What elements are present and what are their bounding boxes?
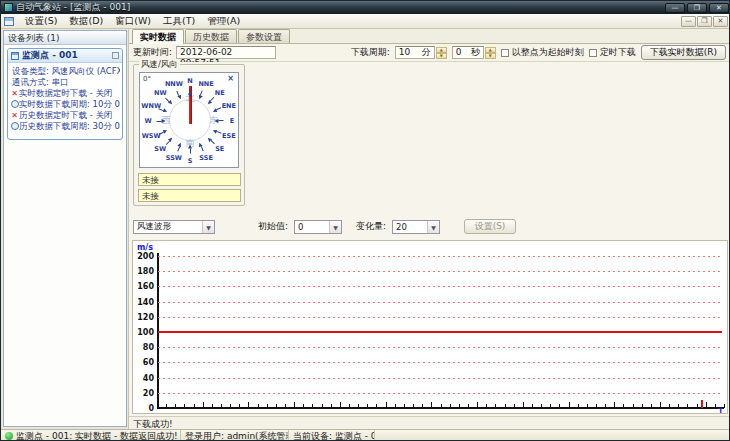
x-axis-tick xyxy=(239,404,240,408)
chart-controls: 风速波形 ▼ 初始值: 0 ▼ 变化量: 20 ▼ 设置(S) xyxy=(132,218,728,235)
app-window: 自动气象站 - [监测点 - 001] — ❐ ✕ 设置(S) 数据(D) 窗口… xyxy=(0,0,730,441)
chevron-down-icon[interactable]: ▼ xyxy=(329,221,341,233)
minutes-unit: 分 xyxy=(422,47,431,58)
x-axis-tick xyxy=(623,404,624,408)
menu-settings[interactable]: 设置(S) xyxy=(19,14,63,29)
pin-icon[interactable] xyxy=(112,52,119,59)
menu-data[interactable]: 数据(D) xyxy=(63,14,109,29)
tab-realtime-data[interactable]: 实时数据 xyxy=(132,29,184,44)
compass-arrow-icon xyxy=(212,128,222,135)
tab-parameter-settings[interactable]: 参数设置 xyxy=(238,29,290,43)
minutes-down-icon[interactable]: ▼ xyxy=(436,53,447,59)
seconds-down-icon[interactable]: ▼ xyxy=(485,53,496,59)
compass-arrow-icon xyxy=(188,89,192,98)
tab-history-data[interactable]: 历史数据 xyxy=(185,29,237,43)
x-axis-tick xyxy=(285,404,286,408)
maximize-button[interactable]: ❐ xyxy=(687,3,707,13)
compass-direction-label: NE xyxy=(215,89,225,97)
minutes-value[interactable]: 10 xyxy=(399,47,410,58)
y-axis-tick-label: 40 xyxy=(134,374,154,383)
download-realtime-button[interactable]: 下载实时数据(R) xyxy=(641,45,726,60)
menu-tools[interactable]: 工具(T) xyxy=(157,14,201,29)
device-card[interactable]: 监测点 - 001 设备类型: 风速风向仪 (ACFX-4)通讯方式: 串口✕实… xyxy=(7,48,123,140)
x-axis-tick xyxy=(194,404,195,408)
device-card-header[interactable]: 监测点 - 001 xyxy=(8,49,122,63)
x-axis-tick xyxy=(376,404,377,408)
x-axis-tick xyxy=(303,404,304,408)
update-time-field: 2012-06-02 09:57:51 xyxy=(176,46,276,59)
x-axis-tick xyxy=(459,404,460,408)
x-axis-tick xyxy=(230,404,231,408)
compass-direction-label: SSW xyxy=(166,154,182,162)
device-list-header: 设备列表 (1) xyxy=(4,31,126,45)
x-axis-tick xyxy=(331,404,332,408)
seconds-unit: 秒 xyxy=(471,47,480,58)
initial-value-select[interactable]: 0 ▼ xyxy=(294,220,342,234)
checkbox-icon[interactable] xyxy=(589,49,597,57)
x-axis-tick xyxy=(523,402,524,408)
app-icon xyxy=(4,3,13,12)
gridline xyxy=(158,256,722,257)
y-axis-tick-label: 0 xyxy=(134,404,154,413)
close-button[interactable]: ✕ xyxy=(709,3,729,13)
toolbar: 更新时间: 2012-06-02 09:57:51 下载周期: 10分 ▲▼ 0… xyxy=(129,44,730,62)
workspace: 设备列表 (1) 监测点 - 001 设备类型: 风速风向仪 (ACFX-4)通… xyxy=(1,29,730,429)
x-axis-tick xyxy=(724,404,725,408)
align-start-checkbox[interactable]: 以整点为起始时刻 xyxy=(501,46,584,59)
x-axis-tick xyxy=(669,404,670,408)
menu-manage[interactable]: 管理(A) xyxy=(201,14,246,29)
menu-window[interactable]: 窗口(W) xyxy=(109,14,157,29)
minimize-button[interactable]: — xyxy=(665,3,685,13)
x-axis-tick xyxy=(651,404,652,408)
compass-arrow-icon xyxy=(175,142,182,152)
device-card-title: 监测点 - 001 xyxy=(22,49,78,62)
update-time-label: 更新时间: xyxy=(133,46,172,59)
waveform-select[interactable]: 风速波形 ▼ xyxy=(133,220,215,234)
x-axis-tick xyxy=(340,402,341,408)
compass-direction-label: ESE xyxy=(222,132,236,140)
x-axis-tick xyxy=(258,404,259,408)
mdi-close-button[interactable]: ✕ xyxy=(713,16,728,27)
compass-arrow-icon xyxy=(157,119,166,123)
device-status-line: 历史数据下载周期: 30分 0秒 xyxy=(10,121,120,132)
x-axis-tick xyxy=(587,404,588,408)
x-axis-tick xyxy=(678,404,679,408)
mdi-minimize-button[interactable]: — xyxy=(681,16,696,27)
x-axis-tick xyxy=(175,404,176,408)
set-button[interactable]: 设置(S) xyxy=(464,219,516,234)
mdi-restore-button[interactable]: ❐ xyxy=(697,16,712,27)
chevron-down-icon[interactable]: ▼ xyxy=(427,221,439,233)
x-axis-tick xyxy=(578,404,579,408)
compass-arrow-icon xyxy=(165,136,174,145)
x-axis-tick xyxy=(596,404,597,408)
x-axis-tick xyxy=(559,404,560,408)
compass-direction-label: E xyxy=(230,117,234,125)
x-axis-tick xyxy=(413,404,414,408)
status-message-segment: 监测点 - 001: 实时数据 - 数据返回成功! xyxy=(1,430,181,441)
x-axis-tick xyxy=(660,402,661,408)
x-axis-tick xyxy=(514,404,515,408)
checkbox-icon[interactable] xyxy=(501,49,509,57)
compass-arrow-icon xyxy=(188,145,192,154)
minutes-stepper[interactable]: 10分 ▲▼ xyxy=(395,46,447,59)
seconds-value[interactable]: 0 xyxy=(456,47,462,58)
clock-icon xyxy=(10,122,19,132)
waveform-value: 风速波形 xyxy=(137,221,171,233)
compass-direction-label: SSE xyxy=(199,154,213,162)
y-axis-tick-label: 200 xyxy=(134,252,154,261)
x-axis-tick xyxy=(248,402,249,408)
mdi-document-icon[interactable] xyxy=(4,17,14,26)
x-axis-tick xyxy=(221,404,222,408)
delta-value-select[interactable]: 20 ▼ xyxy=(392,220,440,234)
delta-value-label: 变化量: xyxy=(356,220,386,233)
statusbar: 监测点 - 001: 实时数据 - 数据返回成功! 登录用户: admin(系统… xyxy=(1,429,730,441)
success-icon xyxy=(5,432,13,440)
x-axis-tick xyxy=(267,404,268,408)
seconds-stepper[interactable]: 0秒 ▲▼ xyxy=(452,46,496,59)
main-panel: 实时数据 历史数据 参数设置 更新时间: 2012-06-02 09:57:51… xyxy=(128,29,730,429)
timed-download-checkbox[interactable]: 定时下载 xyxy=(589,46,636,59)
device-status-text: 历史数据下载周期: 30分 0秒 xyxy=(19,121,120,132)
y-axis-unit-label: m/s xyxy=(137,243,153,252)
chevron-down-icon[interactable]: ▼ xyxy=(202,221,214,233)
x-axis-tick xyxy=(184,404,185,408)
